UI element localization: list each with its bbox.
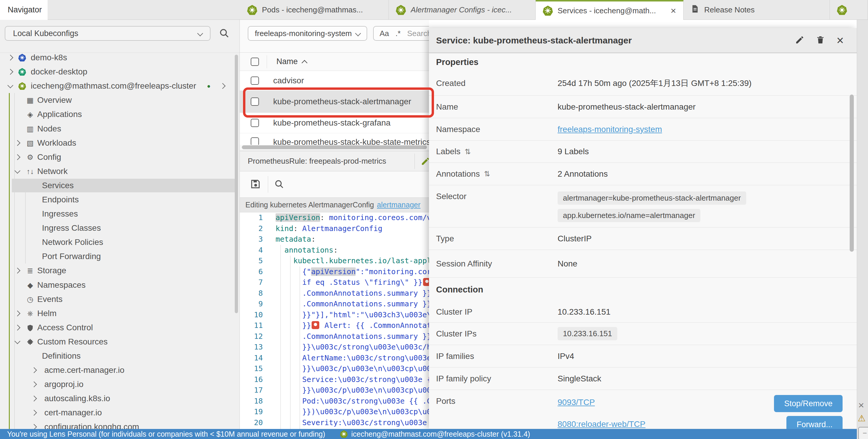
chevron-right-icon[interactable] (220, 83, 225, 89)
search-icon[interactable] (274, 179, 284, 190)
sidebar-item-services[interactable]: Services (0, 178, 240, 193)
sidebar-item-icecheng-mathmast-com-freeleaps-cluster[interactable]: icecheng@mathmast.com@freeleaps-cluster● (0, 79, 240, 93)
sidebar-item-network[interactable]: ↑↓Network (0, 164, 240, 178)
select-all-checkbox[interactable] (251, 58, 259, 66)
chevron-right-icon[interactable] (31, 396, 37, 402)
sidebar-item-acme-cert-manager-io[interactable]: acme.cert-manager.io (0, 363, 240, 377)
chevron-right-icon[interactable] (14, 310, 21, 316)
sidebar-item-workloads[interactable]: ▧Workloads (0, 136, 240, 150)
save-icon[interactable] (250, 178, 261, 191)
notification-box[interactable]: – (858, 427, 868, 439)
port-link-9093-tcp[interactable]: 9093/TCP (558, 398, 595, 407)
panel-header: Service: kube-prometheus-stack-alertmana… (429, 28, 857, 53)
sidebar-item-definitions[interactable]: Definitions (0, 349, 240, 363)
row-checkbox[interactable] (251, 76, 259, 85)
tab-services-icecheng-math[interactable]: Services - icecheng@math...× (536, 0, 684, 20)
sidebar-item-config[interactable]: ⚙Config (0, 150, 240, 164)
sidebar-item-custom-resources[interactable]: Custom Resources (0, 335, 240, 349)
code-text: apiVersion: monitoring.coreos.com/v1 (276, 213, 429, 222)
line-number: 10 (240, 310, 263, 319)
panel-row-cluster-ips: Cluster IPs10.233.16.151 (429, 323, 857, 345)
regex-toggle[interactable]: .* (396, 29, 401, 38)
sidebar-item-ingress-classes[interactable]: Ingress Classes (0, 221, 240, 235)
sidebar-item-network-policies[interactable]: Network Policies (0, 235, 240, 249)
license-notice[interactable]: You're using Lens Personal (for individu… (7, 430, 325, 438)
kubernetes-icon (18, 82, 26, 90)
line-number: 3 (240, 235, 263, 243)
chevron-right-icon[interactable] (14, 325, 21, 331)
sidebar-item-applications[interactable]: ◈Applications (0, 107, 240, 122)
sidebar-item-storage[interactable]: ≣Storage (0, 264, 240, 278)
chevron-right-icon[interactable] (7, 69, 13, 75)
sidebar-item-cert-manager-io[interactable]: cert-manager.io (0, 406, 240, 420)
match-case-toggle[interactable]: Aa (380, 29, 389, 38)
trash-icon[interactable] (816, 35, 825, 46)
sidebar-item-namespaces[interactable]: ◆Namespaces (0, 278, 240, 292)
divider (268, 176, 268, 193)
cluster-status[interactable]: icecheng@mathmast.com@freeleaps-cluster … (340, 429, 530, 439)
tab-label: Alertmanager Configs - icec... (411, 5, 512, 14)
stop-remove-button[interactable]: Stop/Remove (774, 395, 843, 412)
sidebar-item-argoproj-io[interactable]: argoproj.io (0, 377, 240, 392)
property-label: Labels⇅ (436, 147, 558, 156)
sidebar-item-overview[interactable]: ▦Overview (0, 93, 240, 107)
sidebar-item-ingresses[interactable]: Ingresses (0, 207, 240, 221)
tab-pods-icecheng-mathmas[interactable]: Pods - icecheng@mathmas... (240, 0, 389, 20)
editing-status-text: Editing kubernetes AlertmanagerConfig (245, 201, 374, 209)
pencil-icon[interactable] (421, 157, 429, 167)
horizontal-scrollbar[interactable] (242, 145, 427, 149)
sidebar-item-docker-desktop[interactable]: docker-desktop (0, 65, 240, 79)
sidebar-item-label: argoproj.io (44, 380, 83, 389)
sort-toggle-icon[interactable]: ⇅ (465, 147, 471, 156)
search-input[interactable]: Aa .* Search (373, 26, 429, 41)
sidebar-item-autoscaling-k8s-io[interactable]: autoscaling.k8s.io (0, 392, 240, 406)
sidebar-item-events[interactable]: ◷Events (0, 292, 240, 306)
sort-toggle-icon[interactable]: ⇅ (484, 170, 490, 178)
dock-title-bar[interactable]: PrometheusRule: freepeals-prod-metrics (240, 151, 429, 171)
sidebar-item-configuration-konghq-com[interactable]: configuration.konghq.com (0, 420, 240, 429)
namespace-select[interactable]: freeleaps-monitoring-system (248, 26, 367, 41)
sidebar-scrollbar[interactable] (235, 55, 238, 313)
sidebar-item-port-forwarding[interactable]: Port Forwarding (0, 249, 240, 264)
close-icon[interactable]: × (858, 399, 864, 411)
line-number: 2 (240, 224, 263, 233)
chevron-right-icon[interactable] (31, 410, 37, 416)
namespace-link[interactable]: freeleaps-monitoring-system (558, 125, 662, 134)
chevron-right-icon[interactable] (14, 268, 21, 274)
sidebar-item-nodes[interactable]: ▥Nodes (0, 122, 240, 136)
sidebar-item-access-control[interactable]: Access Control (0, 320, 240, 335)
sidebar-item-helm[interactable]: ⎈Helm (0, 306, 240, 320)
chevron-down-icon[interactable] (14, 168, 21, 174)
tab-alertmanager-configs-icec[interactable]: Alertmanager Configs - icec... (389, 0, 536, 20)
table-row-kube-prometheus-stack-kube-state-metrics[interactable]: kube-prometheus-stack-kube-state-metrics (240, 133, 429, 145)
row-checkbox[interactable] (251, 137, 259, 145)
line-number: 20 (240, 418, 263, 427)
close-icon[interactable]: × (671, 6, 676, 15)
tab-release-notes[interactable]: Release Notes (684, 0, 830, 20)
chevron-right-icon[interactable] (7, 55, 13, 61)
kubeconfig-select[interactable]: Local Kubeconfigs (5, 26, 211, 41)
chevron-down-icon[interactable] (14, 338, 21, 344)
tab-item[interactable] (830, 0, 868, 20)
row-checkbox[interactable] (251, 119, 259, 127)
sidebar-item-label: Storage (37, 266, 66, 275)
chevron-right-icon[interactable] (14, 154, 21, 160)
chevron-down-icon[interactable] (7, 82, 13, 88)
tab-bar: Navigator Pods - icecheng@mathmas...Aler… (0, 0, 868, 20)
chevron-right-icon[interactable] (31, 424, 37, 429)
search-icon[interactable] (219, 28, 229, 40)
column-header-name[interactable]: Name (276, 57, 298, 66)
code-line: 3metadata: (240, 234, 429, 245)
yaml-editor[interactable]: 1apiVersion: monitoring.coreos.com/v12ki… (240, 212, 429, 429)
chevron-right-icon[interactable] (31, 381, 37, 387)
panel-scrollbar[interactable] (850, 95, 854, 252)
editing-resource-link[interactable]: alertmanager (377, 201, 421, 209)
chevron-right-icon[interactable] (31, 367, 37, 373)
sidebar-item-endpoints[interactable]: Endpoints (0, 193, 240, 207)
forward-button[interactable]: Forward... (786, 416, 843, 429)
chevron-right-icon[interactable] (14, 140, 21, 146)
edit-icon[interactable] (795, 35, 804, 46)
sidebar-item-demo-k8s[interactable]: demo-k8s (0, 50, 240, 65)
port-link-8080-reloader-web-tcp[interactable]: 8080:reloader-web/TCP (558, 419, 645, 429)
close-icon[interactable]: × (836, 34, 844, 47)
